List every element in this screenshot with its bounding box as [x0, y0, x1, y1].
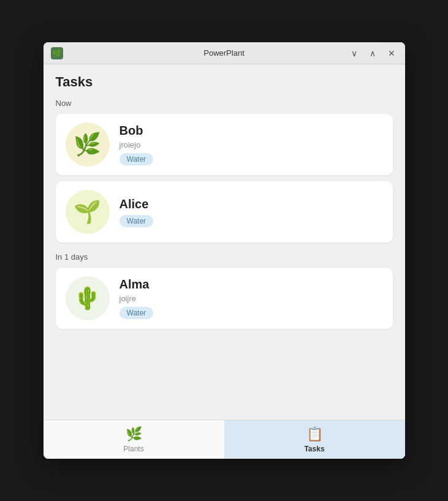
content-area: Tasks Now 🌿 Bob jroiejo Water 🌱 Alice Wa…: [44, 64, 405, 420]
plant-name-alma: Alma: [120, 277, 154, 292]
title-bar: 🌿 PowerPlant ∨ ∧ ✕: [44, 42, 405, 64]
nav-item-plants[interactable]: 🌿 Plants: [44, 420, 224, 459]
section-label-in1days: In 1 days: [56, 252, 393, 262]
plant-info-alma: Alma joijre Water: [120, 277, 154, 319]
plant-info-bob: Bob jroiejo Water: [120, 124, 154, 165]
plants-icon: 🌿: [126, 426, 142, 442]
minimize-button[interactable]: ∨: [349, 48, 360, 59]
plant-tag-alma[interactable]: Water: [120, 307, 154, 319]
plant-avatar-alice: 🌱: [66, 190, 110, 234]
tasks-icon: 📋: [306, 426, 323, 442]
app-icon: 🌿: [51, 47, 63, 59]
plant-name-bob: Bob: [120, 124, 154, 138]
plant-avatar-bob: 🌿: [66, 122, 110, 167]
section-label-now: Now: [56, 99, 393, 108]
window-title: PowerPlant: [203, 48, 244, 58]
nav-label-plants: Plants: [123, 445, 143, 453]
plant-card-alice[interactable]: 🌱 Alice Water: [56, 181, 393, 243]
plant-avatar-alma: 🌵: [66, 276, 110, 320]
nav-item-tasks[interactable]: 📋 Tasks: [224, 420, 405, 459]
page-title: Tasks: [56, 74, 393, 90]
nav-label-tasks: Tasks: [304, 445, 324, 453]
plant-info-alice: Alice Water: [120, 197, 154, 227]
window-controls: ∨ ∧ ✕: [349, 48, 398, 59]
plant-name-alice: Alice: [120, 197, 154, 211]
app-icon-glyph: 🌿: [52, 49, 61, 58]
plant-card-bob[interactable]: 🌿 Bob jroiejo Water: [56, 114, 393, 175]
close-button[interactable]: ✕: [385, 48, 398, 59]
plant-card-alma[interactable]: 🌵 Alma joijre Water: [56, 268, 393, 329]
plant-subtitle-alma: joijre: [120, 294, 154, 303]
maximize-button[interactable]: ∧: [367, 48, 378, 59]
plant-subtitle-bob: jroiejo: [120, 140, 154, 149]
bottom-nav: 🌿 Plants 📋 Tasks: [44, 420, 405, 459]
app-window: 🌿 PowerPlant ∨ ∧ ✕ Tasks Now 🌿 Bob jroie…: [44, 42, 405, 459]
plant-tag-bob[interactable]: Water: [120, 153, 154, 165]
plant-tag-alice[interactable]: Water: [120, 215, 154, 227]
